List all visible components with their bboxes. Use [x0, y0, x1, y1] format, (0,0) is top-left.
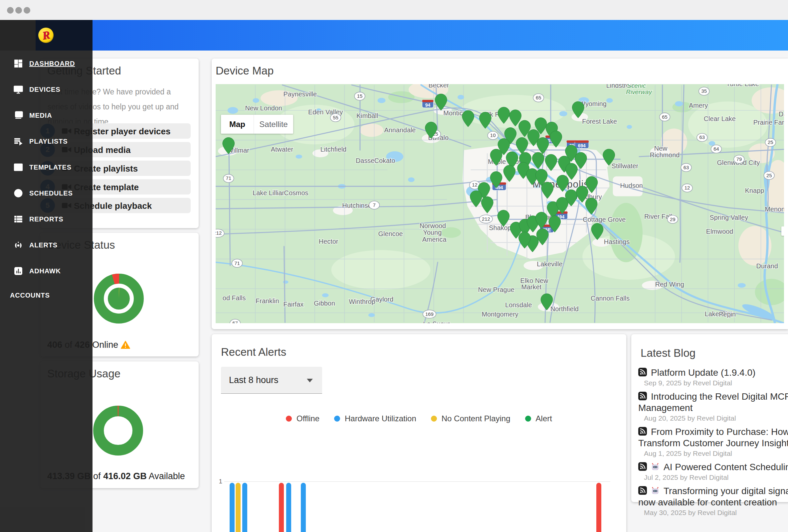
- device-map-card: Device Map: [212, 59, 788, 329]
- svg-text:63: 63: [699, 135, 705, 140]
- legend-item: Offline: [286, 414, 319, 423]
- templates-icon: [13, 162, 23, 172]
- rss-icon: [638, 486, 647, 496]
- time-range-value: Last 8 hours: [229, 375, 278, 385]
- alert-bar[interactable]: [236, 483, 241, 532]
- map-city-label: Litchfield: [320, 146, 347, 153]
- route-shield-icon: 79: [734, 155, 744, 164]
- map-city-label: America: [422, 236, 447, 243]
- blog-post-title-line2: now available for content creation: [638, 497, 788, 508]
- map-city-label: Gibbon: [314, 300, 335, 307]
- legend-item: Alert: [525, 414, 552, 423]
- legend-label: Alert: [536, 414, 552, 423]
- sidebar-item-playlists[interactable]: PLAYLISTS: [0, 128, 93, 154]
- map-city-label: Kimball: [356, 112, 378, 119]
- app-screen: R DASHBOARDDEVICESMEDIAPLAYLISTSTEMPLATE…: [0, 0, 788, 532]
- route-shield-icon: 65: [533, 94, 544, 102]
- satellite-button[interactable]: Satellite: [254, 115, 293, 134]
- alert-bar[interactable]: [301, 483, 306, 532]
- window-dot-icon[interactable]: [7, 7, 14, 14]
- blog-post-item[interactable]: Introducing the Revel Digital MCP Server…: [638, 391, 788, 422]
- blog-post-date: Jul 2, 2025 by Revel Digital: [644, 473, 788, 482]
- revel-logo[interactable]: R: [38, 27, 54, 43]
- map-city-label: Lonsdale: [505, 301, 532, 309]
- sidebar-item-alerts[interactable]: ALERTS: [0, 232, 93, 258]
- map-city-label: Paynesville: [283, 90, 317, 98]
- map-city-label: Winthrop: [349, 298, 375, 305]
- window-dot-icon[interactable]: [15, 7, 22, 14]
- legend-item: No Content Playing: [431, 414, 510, 423]
- map-city-label: Montgomery: [481, 310, 518, 318]
- map-city-label: Menomonie: [765, 205, 784, 213]
- map-city-label: Cokato: [374, 157, 395, 164]
- svg-text:67: 67: [232, 321, 238, 323]
- legend-dot-icon: [286, 416, 292, 422]
- google-map[interactable]: BeckerMonticelloElk RiverBuffaloAnnandal…: [216, 84, 784, 323]
- map-city-label: Northfield: [550, 305, 579, 312]
- legend-dot-icon: [525, 416, 531, 422]
- route-shield-icon: 12: [682, 184, 692, 192]
- svg-text:10: 10: [490, 133, 496, 138]
- route-shield-icon: 71: [223, 174, 234, 183]
- svg-text:94: 94: [425, 102, 431, 108]
- sidebar-item-templates[interactable]: TEMPLATES: [0, 154, 93, 180]
- sidebar-item-devices[interactable]: DEVICES: [0, 77, 93, 102]
- map-side-control[interactable]: [781, 226, 784, 236]
- map-city-label: Cannon Falls: [591, 294, 630, 302]
- alerts-icon: [13, 240, 23, 250]
- map-city-label: Norwood: [420, 222, 446, 229]
- map-button[interactable]: Map: [221, 115, 254, 134]
- map-city-label: Amery: [689, 102, 708, 109]
- blog-post-item[interactable]: From Proximity to Purchase: How Revel DT…: [638, 427, 788, 457]
- alert-bar[interactable]: [286, 483, 291, 532]
- sidebar-item-adhawk[interactable]: ADHAWK: [0, 258, 93, 284]
- devices-icon: [13, 84, 23, 95]
- svg-text:15: 15: [357, 94, 363, 99]
- blog-post-item[interactable]: AI Powered Content SchedulingJul 2, 2025…: [638, 462, 788, 482]
- sidebar-item-label: MEDIA: [29, 112, 52, 119]
- route-shield-icon: 7: [369, 201, 380, 209]
- sidebar-item-schedules[interactable]: SCHEDULES: [0, 180, 93, 206]
- blog-post-date: Aug 1, 2025 by Revel Digital: [644, 450, 788, 457]
- rss-icon: [638, 462, 647, 472]
- svg-text:71: 71: [225, 176, 231, 181]
- svg-text:63: 63: [684, 165, 689, 170]
- blog-post-item[interactable]: Platform Update (1.9.4.0)Sep 9, 2025 by …: [638, 367, 788, 387]
- sidebar-item-accounts[interactable]: ACCOUNTS: [0, 285, 93, 305]
- blog-post-title: Platform Update (1.9.4.0): [651, 367, 755, 378]
- map-city-label: Lake Lillian: [253, 189, 285, 197]
- blog-post-title-line2: Management: [638, 403, 788, 413]
- map-city-label: Dallas: [779, 110, 784, 118]
- latest-blog-title: Latest Blog: [641, 347, 695, 360]
- robot-icon: [651, 462, 659, 472]
- route-shield-icon: 25: [764, 171, 774, 180]
- time-range-dropdown[interactable]: Last 8 hours: [221, 367, 322, 394]
- alert-bar[interactable]: [279, 483, 284, 532]
- recent-alerts-card: Recent Alerts Last 8 hours OfflineHardwa…: [212, 334, 626, 532]
- alert-bar[interactable]: [242, 483, 247, 532]
- map-city-label: Annandale: [384, 127, 416, 134]
- map-city-label: Knapp: [745, 187, 764, 194]
- route-shield-icon: 25: [765, 138, 776, 147]
- sidebar-item-media[interactable]: MEDIA: [0, 102, 93, 128]
- map-city-label: New: [654, 145, 668, 152]
- blog-post-date: Aug 20, 2025 by Revel Digital: [644, 414, 788, 422]
- route-shield-icon: 63: [681, 163, 691, 171]
- svg-text:65: 65: [662, 115, 668, 120]
- sidebar-item-reports[interactable]: REPORTS: [0, 206, 93, 232]
- svg-text:169: 169: [425, 311, 434, 317]
- alert-bar[interactable]: [596, 483, 601, 532]
- svg-text:12: 12: [472, 182, 477, 187]
- map-city-label: Turtle Lake: [726, 84, 759, 87]
- route-shield-icon: 212: [479, 215, 492, 223]
- sidebar-item-dashboard[interactable]: DASHBOARD: [0, 50, 93, 77]
- blog-post-item[interactable]: Transforming your digital signage withno…: [638, 486, 788, 517]
- alert-bar[interactable]: [230, 483, 235, 532]
- interstate-shield-icon: 694: [575, 140, 589, 148]
- window-dot-icon[interactable]: [24, 7, 30, 14]
- legend-label: No Content Playing: [441, 414, 510, 423]
- map-city-label: Young: [423, 229, 442, 236]
- map-city-label: Market: [521, 283, 542, 291]
- map-city-label: Forest Lake: [582, 118, 617, 125]
- map-city-label: Franklin: [256, 297, 279, 305]
